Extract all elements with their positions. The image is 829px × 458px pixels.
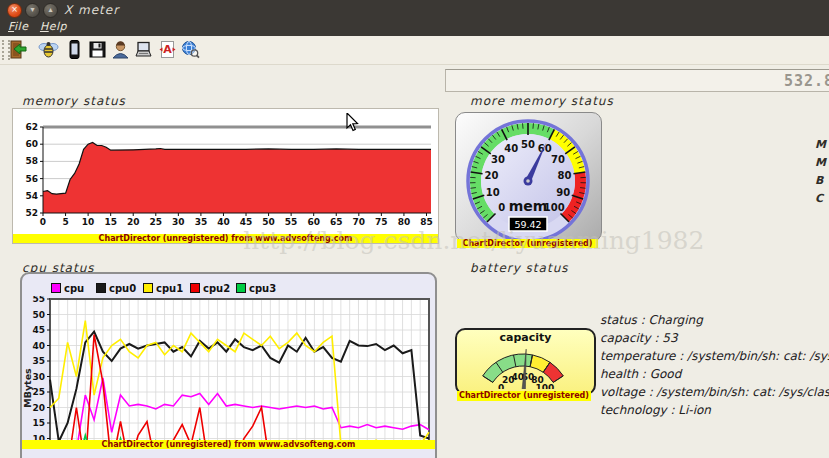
svg-text:85: 85 [420, 217, 433, 227]
svg-text:MBytes: MBytes [22, 368, 33, 408]
svg-text:80: 80 [398, 217, 411, 227]
edge-fragment: B [815, 174, 823, 187]
close-icon[interactable]: × [7, 3, 22, 18]
memory-gauge: 0102030405060708090100mem59.42 [455, 112, 602, 242]
svg-text:30: 30 [172, 217, 185, 227]
legend-swatch [143, 283, 153, 293]
svg-text:25: 25 [32, 387, 45, 397]
memory-status-label: memory status [22, 94, 126, 108]
svg-text:50: 50 [32, 310, 45, 320]
svg-text:60: 60 [25, 139, 38, 149]
svg-text:40: 40 [504, 143, 518, 154]
svg-text:10: 10 [82, 217, 95, 227]
svg-text:54: 54 [25, 191, 38, 201]
window-title: X meter [64, 3, 119, 17]
battery-info-line: technology : Li-ion [600, 401, 829, 419]
phone-icon[interactable] [64, 39, 85, 60]
svg-text:mem: mem [509, 198, 548, 214]
battery-info: status : Charging capacity : 53 temperat… [600, 311, 829, 419]
svg-text:A: A [163, 43, 172, 56]
cpu-legend-item: cpu3 [236, 283, 276, 295]
app-window: × ▾ ▴ X meter File Help [0, 0, 829, 458]
legend-swatch [96, 283, 106, 293]
svg-text:75: 75 [375, 217, 388, 227]
titlebar[interactable]: × ▾ ▴ X meter [0, 0, 829, 20]
svg-text:20: 20 [484, 170, 498, 181]
svg-text:70: 70 [551, 154, 565, 165]
cpu-legend-item: cpu1 [143, 283, 183, 295]
mouse-cursor [346, 113, 360, 137]
svg-text:25: 25 [150, 217, 163, 227]
svg-text:40: 40 [32, 341, 45, 351]
save-icon[interactable] [87, 39, 108, 60]
svg-text:35: 35 [32, 356, 45, 366]
svg-text:60: 60 [538, 143, 552, 154]
legend-label: cpu3 [249, 283, 276, 294]
legend-swatch [190, 283, 200, 293]
maximize-icon[interactable]: ▴ [43, 3, 58, 18]
svg-text:90: 90 [556, 187, 570, 198]
user-icon[interactable] [110, 39, 131, 60]
battery-info-line: temperature : /system/bin/sh: cat: /sys/… [600, 347, 829, 365]
computer-icon[interactable] [133, 39, 154, 60]
battery-meter-dial: 020406080100 [457, 342, 590, 389]
lcd-value: 532.8 [784, 72, 829, 90]
svg-text:52: 52 [25, 208, 38, 218]
battery-status-label: battery status [470, 261, 569, 275]
menu-file[interactable]: File [8, 20, 28, 33]
font-icon[interactable]: A [157, 39, 178, 60]
more-memory-status-label: more memory status [470, 94, 614, 108]
battery-info-line: status : Charging [600, 311, 829, 329]
svg-text:58: 58 [25, 156, 38, 166]
svg-text:55: 55 [285, 217, 298, 227]
memory-chart: 5254565860620510152025303540455055606570… [12, 108, 439, 244]
svg-text:65: 65 [330, 217, 343, 227]
cpu-chart-banner: ChartDirector (unregistered) from www.ad… [22, 440, 435, 449]
battery-meter: capacity 020406080100 [455, 328, 596, 395]
battery-meter-banner: ChartDirector (unregistered) [457, 391, 591, 401]
svg-text:0: 0 [498, 202, 505, 213]
minimize-icon[interactable]: ▾ [25, 3, 40, 18]
edge-fragment: M [815, 156, 826, 169]
svg-text:15: 15 [104, 217, 117, 227]
menubar: File Help [0, 20, 67, 36]
cpu-legend-item: cpu0 [96, 283, 136, 295]
memory-chart-plot: 5254565860620510152025303540455055606570… [13, 109, 436, 232]
svg-text:50: 50 [521, 139, 535, 150]
legend-label: cpu1 [156, 283, 183, 294]
svg-text:20: 20 [32, 403, 45, 413]
svg-text:62: 62 [25, 122, 38, 132]
svg-text:60: 60 [307, 217, 320, 227]
lcd-display [445, 69, 829, 92]
svg-text:30: 30 [32, 372, 45, 382]
svg-text:70: 70 [353, 217, 366, 227]
svg-text:56: 56 [25, 174, 38, 184]
svg-text:35: 35 [195, 217, 208, 227]
svg-text:45: 45 [32, 325, 45, 335]
cpu-legend-item: cpu2 [190, 283, 230, 295]
legend-label: cpu [64, 283, 84, 294]
cpu-chart: cpucpu0cpu1cpu2cpu3 10152025303540455055… [20, 272, 437, 458]
svg-text:50: 50 [262, 217, 275, 227]
svg-text:45: 45 [240, 217, 253, 227]
svg-text:100: 100 [535, 383, 554, 389]
exit-icon[interactable] [8, 39, 29, 60]
legend-swatch [51, 283, 61, 293]
menu-help[interactable]: Help [40, 20, 67, 33]
memory-chart-banner: ChartDirector (unregistered) from www.ad… [13, 234, 438, 243]
svg-text:80: 80 [558, 170, 572, 181]
edge-fragment: C [815, 192, 823, 205]
svg-text:55: 55 [32, 296, 45, 304]
network-search-icon[interactable] [180, 39, 201, 60]
battery-info-line: capacity : 53 [600, 329, 829, 347]
svg-text:59.42: 59.42 [514, 219, 541, 230]
cpu-legend-item: cpu [51, 283, 84, 295]
battery-info-line: voltage : /system/bin/sh: cat: /sys/clas… [600, 383, 829, 401]
toolbar: A [0, 36, 829, 65]
cpu-chart-plot: 10152025303540455055MBytes [22, 296, 431, 440]
svg-text:15: 15 [32, 418, 45, 428]
legend-label: cpu2 [203, 283, 230, 294]
svg-text:20: 20 [127, 217, 140, 227]
debug-bee-icon[interactable] [38, 39, 59, 60]
svg-text:5: 5 [62, 217, 68, 227]
